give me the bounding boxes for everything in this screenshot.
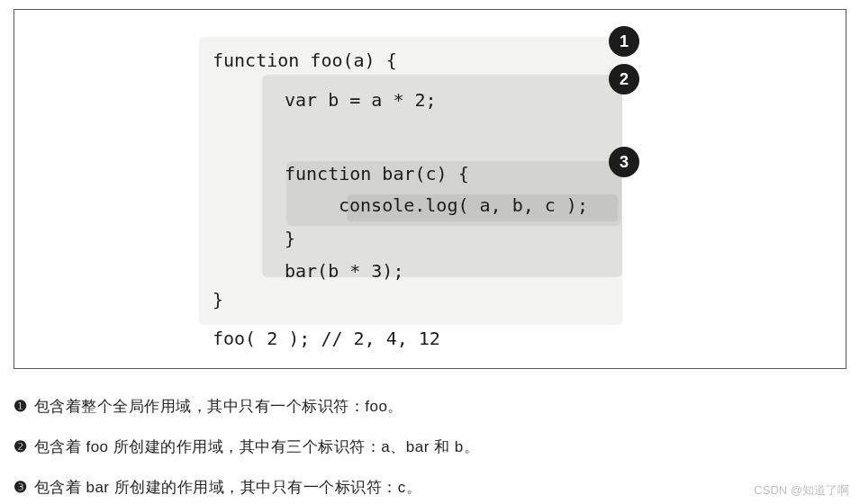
- code-line-8: }: [213, 289, 223, 310]
- explanation-list: ❶ 包含着整个全局作用域，其中只有一个标识符：foo。 ❷ 包含着 foo 所创…: [14, 394, 846, 500]
- watermark-text: CSDN @知道了啊: [754, 482, 849, 499]
- code-line-6: }: [285, 228, 295, 249]
- explanation-item-2: ❷ 包含着 foo 所创建的作用域，其中有三个标识符：a、bar 和 b。: [14, 435, 846, 459]
- explanation-text-3: 包含着 bar 所创建的作用域，其中只有一个标识符：c。: [30, 479, 422, 496]
- code-line-7: bar(b * 3);: [285, 260, 403, 282]
- explanation-text-2: 包含着 foo 所创建的作用域，其中有三个标识符：a、bar 和 b。: [30, 438, 480, 455]
- scope-badge-2: 2: [609, 64, 639, 94]
- figure-container: 1 2 3 function foo(a) { var b = a * 2; f…: [14, 9, 846, 369]
- code-line-5: console.log( a, b, c );: [339, 194, 588, 216]
- bullet-1: ❶: [14, 398, 28, 415]
- scope-badge-3: 3: [609, 147, 639, 177]
- explanation-item-1: ❶ 包含着整个全局作用域，其中只有一个标识符：foo。: [14, 394, 846, 418]
- bullet-3: ❸: [14, 479, 28, 496]
- code-line-4: function bar(c) {: [285, 163, 469, 184]
- code-line-1: function foo(a) {: [213, 50, 397, 71]
- code-line-2: var b = a * 2;: [285, 89, 437, 111]
- explanation-item-3: ❸ 包含着 bar 所创建的作用域，其中只有一个标识符：c。: [14, 475, 846, 500]
- bullet-2: ❷: [14, 438, 28, 455]
- explanation-text-1: 包含着整个全局作用域，其中只有一个标识符：foo。: [30, 398, 403, 415]
- scope-badge-1: 1: [609, 26, 639, 57]
- code-line-9: foo( 2 ); // 2, 4, 12: [213, 328, 440, 349]
